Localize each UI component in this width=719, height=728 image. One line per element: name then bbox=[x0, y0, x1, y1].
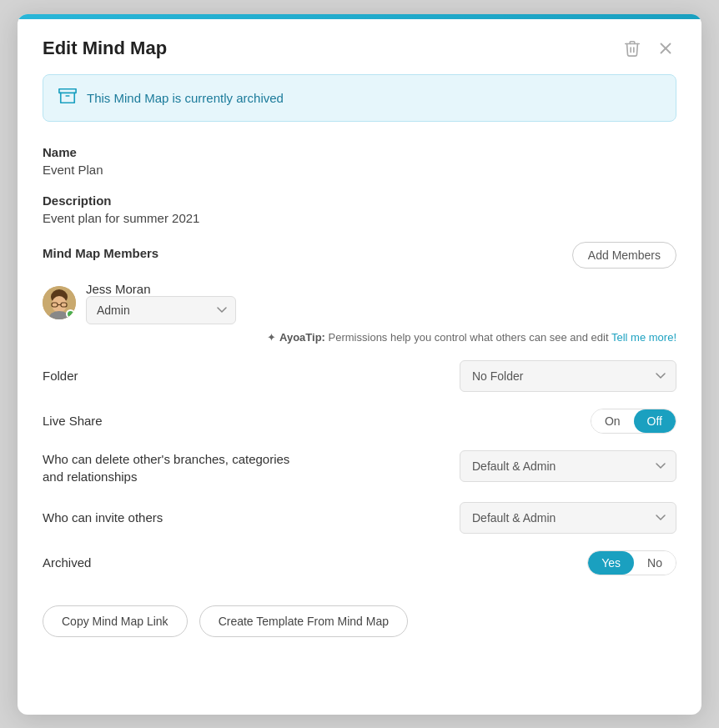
folder-label: Folder bbox=[43, 369, 78, 383]
copy-mind-map-link-button[interactable]: Copy Mind Map Link bbox=[43, 605, 188, 637]
name-section: Name Event Plan bbox=[43, 145, 676, 177]
member-item: Jess Moran Admin Editor Viewer bbox=[43, 282, 676, 324]
description-value: Event plan for summer 2021 bbox=[43, 211, 676, 225]
live-share-toggle: On Off bbox=[591, 409, 676, 434]
members-row: Mind Map Members Add Members bbox=[43, 242, 676, 269]
ayoa-tip: ✦ AyoaTip: Permissions help you control … bbox=[43, 331, 676, 344]
modal-body: This Mind Map is currently archived Name… bbox=[18, 74, 701, 662]
live-share-off-button[interactable]: Off bbox=[634, 409, 676, 433]
folder-select[interactable]: No Folder bbox=[460, 360, 676, 392]
delete-perm-label: Who can delete other's branches, categor… bbox=[43, 450, 309, 485]
archived-no-button[interactable]: No bbox=[634, 551, 676, 575]
ayoa-tip-text: Permissions help you control what others… bbox=[329, 331, 611, 344]
members-section: Mind Map Members Add Members bbox=[43, 242, 676, 344]
modal-title: Edit Mind Map bbox=[43, 38, 167, 59]
modal-header: Edit Mind Map bbox=[18, 19, 701, 74]
archive-banner: This Mind Map is currently archived bbox=[43, 74, 676, 122]
trash-icon bbox=[623, 39, 641, 58]
archived-label: Archived bbox=[43, 555, 91, 570]
close-icon bbox=[656, 39, 675, 58]
role-select[interactable]: Admin Editor Viewer bbox=[86, 296, 236, 324]
member-name: Jess Moran bbox=[86, 282, 236, 296]
create-template-button[interactable]: Create Template From Mind Map bbox=[199, 605, 408, 637]
archived-toggle: Yes No bbox=[587, 550, 676, 575]
svg-rect-2 bbox=[59, 88, 76, 93]
bottom-actions: Copy Mind Map Link Create Template From … bbox=[43, 605, 676, 637]
members-label: Mind Map Members bbox=[43, 246, 158, 260]
ayoa-tip-prefix: AyoaTip: bbox=[279, 331, 325, 344]
invite-perm-row: Who can invite others Default & Admin Ad… bbox=[43, 502, 676, 534]
archive-banner-icon bbox=[58, 87, 77, 109]
avatar bbox=[43, 286, 76, 319]
ayoa-tip-link[interactable]: Tell me more! bbox=[611, 331, 676, 344]
modal-header-icons bbox=[621, 38, 676, 59]
delete-perm-select[interactable]: Default & Admin Admin Only Everyone bbox=[460, 450, 676, 482]
avatar-online-indicator bbox=[66, 309, 75, 319]
modal-overlay: Edit Mind Map bbox=[0, 0, 719, 728]
close-button[interactable] bbox=[655, 38, 676, 59]
live-share-label: Live Share bbox=[43, 414, 103, 428]
live-share-row: Live Share On Off bbox=[43, 409, 676, 434]
edit-mind-map-modal: Edit Mind Map bbox=[18, 14, 701, 715]
delete-perm-row: Who can delete other's branches, categor… bbox=[43, 450, 676, 485]
archived-row: Archived Yes No bbox=[43, 550, 676, 575]
description-label: Description bbox=[43, 193, 676, 208]
invite-perm-select[interactable]: Default & Admin Admin Only Everyone bbox=[460, 502, 676, 534]
archived-yes-button[interactable]: Yes bbox=[588, 551, 634, 575]
ayoa-tip-icon: ✦ bbox=[267, 331, 276, 344]
delete-button[interactable] bbox=[621, 38, 643, 59]
name-value: Event Plan bbox=[43, 163, 676, 177]
archive-icon bbox=[58, 87, 77, 105]
add-members-button[interactable]: Add Members bbox=[572, 242, 676, 269]
folder-row: Folder No Folder bbox=[43, 360, 676, 392]
description-section: Description Event plan for summer 2021 bbox=[43, 193, 676, 225]
name-label: Name bbox=[43, 145, 676, 159]
invite-perm-label: Who can invite others bbox=[43, 509, 163, 526]
archive-banner-text: This Mind Map is currently archived bbox=[87, 91, 284, 105]
live-share-on-button[interactable]: On bbox=[591, 409, 634, 433]
